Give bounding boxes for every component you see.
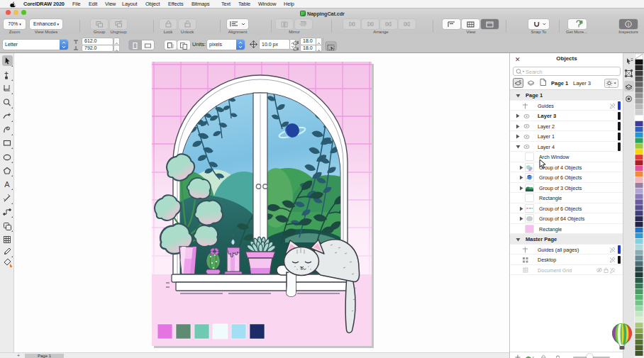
svg-text:A: A — [4, 180, 10, 189]
svg-text:i: i — [628, 22, 629, 27]
